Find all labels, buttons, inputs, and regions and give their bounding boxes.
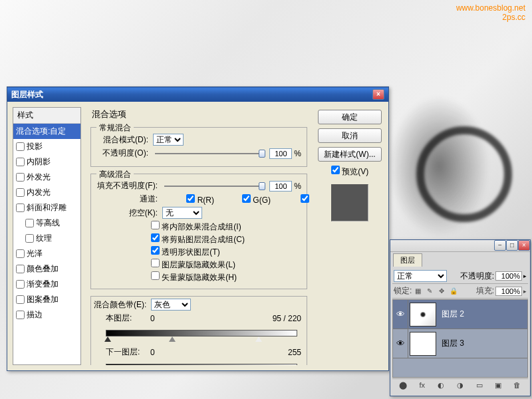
minimize-icon[interactable]: − [494,240,506,251]
style-item-label: 光泽 [27,248,43,259]
layer-opacity-input[interactable] [495,271,522,281]
style-item[interactable]: 纹理 [13,231,80,246]
trash-icon[interactable]: 🗑 [511,381,523,392]
layer-thumbnail[interactable] [410,303,436,327]
style-item-label: 颜色叠加 [27,263,59,275]
advanced-check[interactable]: 将内部效果混合成组(I) [151,221,301,233]
watermark-site: 2ps.cc [456,13,525,22]
lock-all-icon[interactable]: 🔒 [449,287,458,296]
preview-box [331,184,368,221]
fill-opacity-slider[interactable] [164,181,265,192]
opacity-slider[interactable] [155,148,265,159]
style-item[interactable]: 内发光 [13,185,80,200]
layer-name[interactable]: 图层 2 [438,309,464,320]
panel-footer: ⬤ fx ◐ ◑ ▭ ▣ 🗑 [392,378,528,394]
link-layers-icon[interactable]: ⬤ [397,381,409,392]
new-style-button[interactable]: 新建样式(W)... [318,147,382,162]
fill-label: 填充: [476,285,494,297]
fill-opacity-input[interactable] [269,181,292,192]
watermark-url: www.bonesblog.net [456,3,525,13]
panel-tabs: 图层 [390,252,530,267]
style-item[interactable]: 图案叠加 [13,292,80,307]
style-item-label: 描边 [27,309,43,321]
mask-icon[interactable]: ◐ [435,381,447,392]
channel-r-checkbox[interactable]: R(R) [162,194,214,205]
advanced-check[interactable]: 将剪贴图层混合成组(C) [151,233,301,245]
under-low-val: 0 [150,348,177,357]
advanced-check[interactable]: 图层蒙版隐藏效果(L) [151,259,301,271]
fx-icon[interactable]: fx [416,381,428,392]
section-title: 混合选项 [92,108,307,120]
general-blend-title: 常规混合 [96,122,134,134]
visibility-icon[interactable]: 👁 [393,338,408,348]
style-item[interactable]: 等高线 [13,215,80,231]
fill-opacity-label: 填充不透明度(F): [96,180,158,192]
underlying-label: 下一图层: [106,346,148,358]
style-item-label: 图案叠加 [27,294,59,305]
advanced-check[interactable]: 矢量蒙版隐藏效果(H) [151,271,301,283]
channels-label: 通道: [96,194,158,205]
channel-b-checkbox[interactable]: B(B) [275,194,311,205]
layer-name[interactable]: 图层 3 [438,338,464,349]
blend-if-fieldset: 混合颜色带(E): 灰色 本图层: 0 95 / 220 下一图层: [90,296,307,365]
style-item-label: 内阴影 [27,156,51,168]
style-item[interactable]: 颜色叠加 [13,261,80,277]
blending-options-pane: 混合选项 常规混合 混合模式(D): 正常 不透明度(O): % 高级混合 填充… [86,107,311,365]
layer-blend-mode-select[interactable]: 正常 [394,270,447,282]
underlying-slider[interactable] [106,360,297,365]
style-item-label: 等高线 [36,217,60,229]
maximize-icon[interactable]: □ [506,240,518,251]
dialog-titlebar[interactable]: 图层样式 × [7,87,388,102]
visibility-icon[interactable]: 👁 [393,309,408,319]
channel-g-checkbox[interactable]: G(G) [219,194,271,205]
close-icon[interactable]: × [518,240,530,251]
ok-button[interactable]: 确定 [318,110,382,124]
styles-list: 样式 混合选项:自定投影内阴影外发光内发光斜面和浮雕等高线纹理光泽颜色叠加渐变叠… [13,107,81,365]
lock-transparency-icon[interactable]: ▦ [413,287,422,296]
percent-label: % [294,149,301,158]
style-item[interactable]: 外发光 [13,170,80,185]
percent-label: % [294,182,301,191]
adjustment-icon[interactable]: ◑ [454,381,466,392]
style-item-label: 混合选项:自定 [16,126,66,137]
this-layer-slider[interactable] [106,326,297,344]
preview-checkbox[interactable]: 预览(V) [331,166,368,178]
layer-list: 👁图层 2👁图层 3 [392,299,528,378]
lock-position-icon[interactable]: ✥ [437,287,446,296]
knockout-select[interactable]: 无 [162,207,202,219]
group-icon[interactable]: ▭ [473,381,485,392]
style-item[interactable]: 投影 [13,139,80,154]
layer-row[interactable]: 👁图层 3 [393,329,527,358]
knockout-label: 挖空(K): [96,207,158,219]
style-item[interactable]: 混合选项:自定 [13,124,80,139]
layer-opacity-label: 不透明度: [460,271,494,282]
style-item[interactable]: 光泽 [13,246,80,261]
dialog-buttons: 确定 取消 新建样式(W)... 预览(V) [317,107,383,365]
panel-head[interactable]: − □ × [390,240,530,252]
style-item[interactable]: 渐变叠加 [13,277,80,292]
under-high-val: 255 [288,348,301,357]
blend-mode-label: 混合模式(D): [96,134,148,146]
style-item[interactable]: 内阴影 [13,154,80,170]
close-icon[interactable]: × [372,89,384,100]
opacity-input[interactable] [269,148,292,159]
opacity-label: 不透明度(O): [96,148,148,159]
cancel-button[interactable]: 取消 [318,128,382,143]
style-item-label: 投影 [27,141,43,152]
fill-input[interactable] [495,287,522,296]
blend-mode-select[interactable]: 正常 [153,134,184,146]
blend-if-select[interactable]: 灰色 [151,299,191,311]
advanced-check[interactable]: 透明形状图层(T) [151,246,301,258]
layers-panel: − □ × 图层 正常 不透明度: ▸ 锁定: ▦ ✎ ✥ 🔒 [390,239,531,396]
layer-thumbnail[interactable] [410,332,436,356]
advanced-blend-fieldset: 高级混合 填充不透明度(F): % 通道: R(R) G(G) B(B) 挖空(… [90,174,307,289]
style-item-label: 纹理 [36,233,52,244]
tab-layers[interactable]: 图层 [393,253,422,267]
style-item[interactable]: 描边 [13,307,80,323]
this-layer-label: 本图层: [106,313,148,324]
watermark: www.bonesblog.net 2ps.cc [456,3,525,22]
style-item[interactable]: 斜面和浮雕 [13,200,80,215]
layer-row[interactable]: 👁图层 2 [393,300,527,329]
lock-paint-icon[interactable]: ✎ [425,287,434,296]
new-layer-icon[interactable]: ▣ [492,381,504,392]
